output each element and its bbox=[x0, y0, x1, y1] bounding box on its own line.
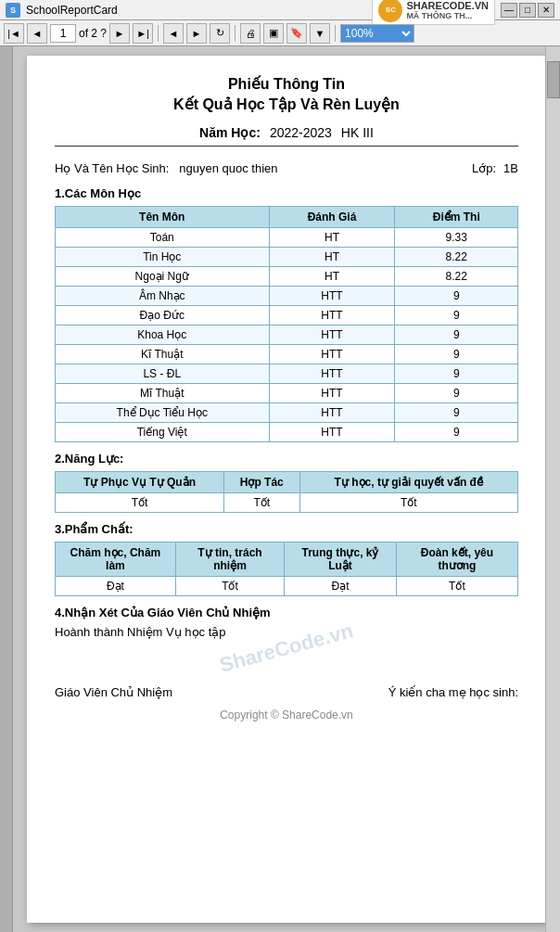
first-page-button[interactable]: |◄ bbox=[4, 23, 24, 44]
back-button[interactable]: ◄ bbox=[163, 23, 184, 44]
table-row: Khoa HọcHTT9 bbox=[56, 325, 518, 344]
forward-button[interactable]: ► bbox=[186, 23, 207, 44]
col-header-ten-mon: Tên Môn bbox=[56, 206, 270, 227]
table-row: Kĩ ThuậtHTT9 bbox=[56, 344, 518, 364]
col-hop-tac: Hợp Tác bbox=[224, 471, 300, 492]
copyright: Copyright © ShareCode.vn bbox=[55, 709, 518, 721]
page-view-button[interactable]: ▣ bbox=[263, 23, 284, 44]
table-row: Tin HọcHT8.22 bbox=[56, 247, 518, 266]
section3-title: 3.Phẩm Chất: bbox=[55, 522, 518, 536]
table-row: Ngoại NgữHT8.22 bbox=[56, 266, 518, 286]
sharecode-logo: SC SHARECODE.VN MÃ THÔNG TH... bbox=[372, 0, 495, 25]
parent-label: Ý kiến cha mẹ học sinh: bbox=[388, 685, 518, 699]
refresh-button[interactable]: ↻ bbox=[210, 23, 230, 44]
section1-title: 1.Các Môn Học bbox=[55, 186, 518, 200]
main-area: Phiếu Thông Tin Kết Quả Học Tập Và Rèn L… bbox=[0, 46, 560, 932]
close-button[interactable]: ✕ bbox=[538, 3, 554, 18]
title-line-1: Phiếu Thông Tin bbox=[55, 74, 518, 95]
document-title: Phiếu Thông Tin Kết Quả Học Tập Và Rèn L… bbox=[55, 74, 518, 116]
table-row: Tiếng ViệtHTT9 bbox=[56, 422, 518, 441]
title-bar: S SchoolReportCard SC SHARECODE.VN MÃ TH… bbox=[0, 0, 560, 20]
nam-hoc-label: Năm Học: bbox=[199, 125, 261, 140]
app-title: SchoolReportCard bbox=[26, 4, 366, 17]
window-controls: — □ ✕ bbox=[501, 3, 554, 18]
zoom-select[interactable]: 100% 75% 150% bbox=[340, 24, 414, 43]
student-name-row: Họ Và Tên Học Sinh: nguyen quoc thien bbox=[55, 161, 278, 175]
lop-label: Lớp: bbox=[472, 161, 496, 175]
last-page-button[interactable]: ►| bbox=[133, 23, 153, 44]
page-total: of 2 ? bbox=[79, 27, 107, 40]
prev-page-button[interactable]: ◄ bbox=[27, 23, 47, 44]
section2-title: 2.Năng Lực: bbox=[55, 452, 518, 466]
logo-subtext: MÃ THÔNG TH... bbox=[406, 11, 489, 20]
nang-luc-table: Tự Phục Vụ Tự Quản Hợp Tác Tự học, tự gi… bbox=[55, 471, 518, 513]
next-page-button[interactable]: ► bbox=[109, 23, 130, 44]
student-label: Họ Và Tên Học Sinh: bbox=[55, 161, 169, 175]
col-cham-hoc: Chăm học, Chăm làm bbox=[56, 542, 176, 576]
col-tu-tin: Tự tin, trách nhiệm bbox=[175, 542, 284, 576]
scrollbar[interactable] bbox=[545, 46, 560, 932]
lop-info: Lớp: 1B bbox=[472, 161, 518, 175]
print-button[interactable]: 🖨 bbox=[240, 23, 261, 44]
maximize-button[interactable]: □ bbox=[519, 3, 536, 18]
page-number-input[interactable] bbox=[50, 24, 76, 43]
table-row: Đạo ĐứcHTT9 bbox=[56, 305, 518, 325]
table-row: ĐạtTốtĐạtTốt bbox=[56, 576, 518, 595]
separator-2 bbox=[235, 25, 235, 42]
scrollbar-thumb[interactable] bbox=[547, 61, 560, 98]
table-row: ToánHT9.33 bbox=[56, 227, 518, 247]
table-row: Âm NhạcHTT9 bbox=[56, 286, 518, 305]
title-line-2: Kết Quả Học Tập Và Rèn Luyện bbox=[55, 95, 518, 115]
subjects-table: Tên Môn Đánh Giá Điểm Thi ToánHT9.33Tin … bbox=[55, 206, 518, 442]
col-doan-ket: Đoàn kết, yêu thương bbox=[396, 542, 517, 576]
pham-chat-table: Chăm học, Chăm làm Tự tin, trách nhiệm T… bbox=[55, 542, 518, 596]
app-icon: S bbox=[6, 3, 20, 18]
col-header-diem-thi: Điểm Thi bbox=[395, 206, 518, 227]
hoc-ky-value: HK III bbox=[341, 125, 374, 140]
nam-hoc-line: Năm Học: 2022-2023 HK III bbox=[55, 125, 518, 147]
student-info: Họ Và Tên Học Sinh: nguyen quoc thien Lớ… bbox=[55, 161, 518, 175]
footer-signatures: Giáo Viên Chủ Nhiệm Ý kiến cha mẹ học si… bbox=[55, 685, 518, 699]
teacher-label: Giáo Viên Chủ Nhiệm bbox=[55, 685, 172, 699]
document: Phiếu Thông Tin Kết Quả Học Tập Và Rèn L… bbox=[27, 56, 546, 923]
left-strip bbox=[0, 46, 13, 932]
col-tu-hoc: Tự học, tự giải quyết vấn đề bbox=[299, 471, 517, 492]
separator-1 bbox=[158, 25, 159, 42]
minimize-button[interactable]: — bbox=[501, 3, 517, 18]
student-name: nguyen quoc thien bbox=[179, 161, 277, 175]
col-tu-phuc-vu: Tự Phục Vụ Tự Quản bbox=[56, 471, 224, 492]
table-row: Thể Dục Tiểu HọcHTT9 bbox=[56, 402, 518, 422]
lop-value: 1B bbox=[503, 161, 518, 175]
export-button[interactable]: ▼ bbox=[310, 23, 330, 44]
table-row: TốtTốtTốt bbox=[56, 492, 518, 512]
col-header-danh-gia: Đánh Giá bbox=[269, 206, 395, 227]
table-row: Mĩ ThuậtHTT9 bbox=[56, 383, 518, 402]
separator-3 bbox=[335, 25, 336, 42]
table-row: LS - ĐLHTT9 bbox=[56, 364, 518, 383]
bookmark-button[interactable]: 🔖 bbox=[286, 23, 307, 44]
logo-circle-icon: SC bbox=[378, 0, 402, 22]
logo-text: SHARECODE.VN bbox=[406, 0, 489, 11]
section4-title: 4.Nhận Xét Của Giáo Viên Chủ Nhiệm bbox=[55, 606, 518, 619]
nam-hoc-value: 2022-2023 bbox=[270, 125, 332, 140]
comment-text: Hoành thành Nhiệm Vụ học tập bbox=[55, 625, 518, 639]
col-trung-thuc: Trung thực, kỷ Luật bbox=[285, 542, 397, 576]
